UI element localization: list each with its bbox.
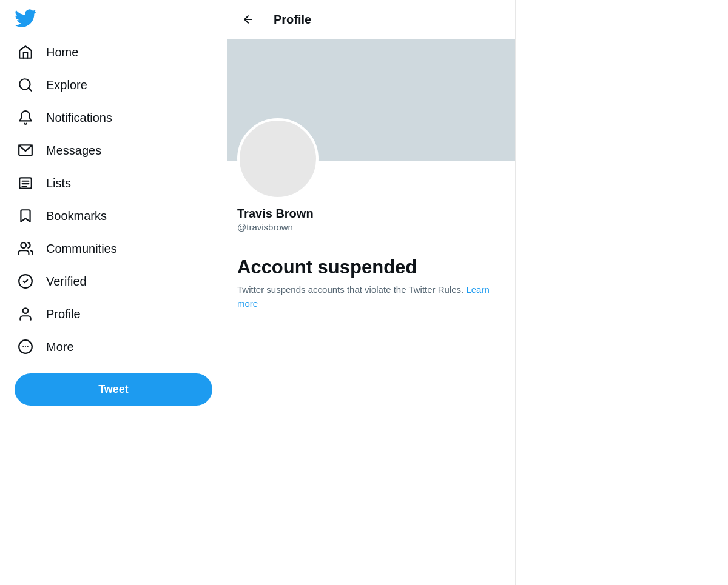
sidebar-item-label-bookmarks: Bookmarks	[46, 209, 107, 223]
sidebar-item-more[interactable]: More	[7, 331, 220, 363]
sidebar-item-label-explore: Explore	[46, 78, 87, 92]
main-content: Profile Travis Brown @travisbrown Accoun…	[228, 0, 516, 585]
profile-info-area: Travis Brown @travisbrown	[228, 118, 515, 232]
display-name: Travis Brown	[237, 207, 505, 221]
svg-line-1	[29, 88, 32, 91]
sidebar-item-bookmarks[interactable]: Bookmarks	[7, 200, 220, 232]
sidebar-item-lists[interactable]: Lists	[7, 167, 220, 199]
explore-icon	[17, 76, 34, 93]
notifications-icon	[17, 109, 34, 126]
profile-page-header: Profile	[228, 0, 515, 39]
sidebar-item-profile[interactable]: Profile	[7, 298, 220, 330]
svg-point-12	[25, 346, 26, 347]
sidebar-item-verified[interactable]: Verified	[7, 266, 220, 297]
profile-icon	[17, 306, 34, 323]
svg-point-9	[23, 308, 29, 313]
sidebar-item-label-verified: Verified	[46, 275, 87, 289]
sidebar-item-notifications[interactable]: Notifications	[7, 102, 220, 133]
sidebar-item-messages[interactable]: Messages	[7, 135, 220, 166]
suspended-section: Account suspended Twitter suspends accou…	[228, 256, 515, 335]
sidebar-item-communities[interactable]: Communities	[7, 233, 220, 264]
avatar-container	[237, 118, 505, 199]
avatar	[237, 118, 318, 199]
tweet-button[interactable]: Tweet	[15, 373, 212, 406]
username: @travisbrown	[237, 222, 505, 232]
more-icon	[17, 338, 34, 355]
verified-icon	[17, 273, 34, 290]
communities-icon	[17, 240, 34, 257]
main-nav: Home Explore Notifications	[7, 36, 220, 364]
suspended-title: Account suspended	[237, 256, 505, 278]
sidebar-item-label-messages: Messages	[46, 144, 101, 158]
sidebar-item-label-profile: Profile	[46, 307, 81, 321]
sidebar-item-label-communities: Communities	[46, 242, 117, 256]
sidebar-item-label-home: Home	[46, 45, 78, 59]
back-button[interactable]	[237, 8, 259, 30]
svg-point-13	[27, 346, 29, 347]
sidebar-item-label-lists: Lists	[46, 176, 71, 190]
svg-point-11	[22, 346, 24, 347]
lists-icon	[17, 175, 34, 192]
page-title: Profile	[274, 13, 311, 27]
sidebar-item-label-more: More	[46, 340, 74, 354]
suspended-description: Twitter suspends accounts that violate t…	[237, 283, 505, 310]
messages-icon	[17, 142, 34, 159]
sidebar-item-explore[interactable]: Explore	[7, 69, 220, 101]
right-column	[516, 0, 728, 585]
back-arrow-icon	[242, 13, 254, 25]
home-icon	[17, 44, 34, 61]
sidebar-item-label-notifications: Notifications	[46, 111, 112, 125]
svg-point-7	[21, 242, 26, 248]
sidebar: Home Explore Notifications	[0, 0, 228, 585]
twitter-logo[interactable]	[7, 0, 220, 34]
sidebar-item-home[interactable]: Home	[7, 36, 220, 68]
bookmarks-icon	[17, 207, 34, 224]
